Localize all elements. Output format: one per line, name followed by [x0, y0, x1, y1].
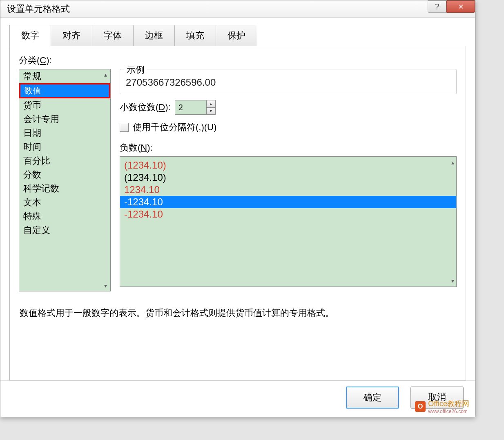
watermark: O Office教程网 www.office26.com [415, 399, 469, 414]
close-button[interactable]: ✕ [446, 0, 475, 13]
watermark-url: www.office26.com [428, 409, 469, 414]
sample-value: 27053667326596.00 [126, 77, 450, 88]
tab-4[interactable]: 填充 [174, 25, 216, 46]
decimal-places-spinner[interactable]: 2 ▲ ▼ [175, 100, 216, 115]
category-item[interactable]: 特殊 [19, 209, 110, 223]
sample-legend: 示例 [124, 64, 147, 76]
decimal-places-label: 小数位数(D): [120, 101, 171, 113]
negative-numbers-label: 负数(N): [120, 142, 457, 154]
category-item[interactable]: 百分比 [19, 154, 110, 168]
watermark-brand: Office教程网 [428, 400, 469, 408]
right-pane: 示例 27053667326596.00 小数位数(D): 2 ▲ ▼ [120, 69, 457, 291]
main-row: ▴ ▾ 常规数值货币会计专用日期时间百分比分数科学记数文本特殊自定义 示例 27… [19, 69, 457, 291]
window-controls: ? ✕ [428, 0, 475, 13]
category-item[interactable]: 会计专用 [19, 112, 110, 126]
format-description: 数值格式用于一般数字的表示。货币和会计格式则提供货币值计算的专用格式。 [20, 307, 457, 319]
spinner-buttons: ▲ ▼ [206, 100, 215, 114]
category-item-label: 数值 [20, 84, 109, 97]
category-item[interactable]: 科学记数 [19, 182, 110, 196]
tab-3[interactable]: 边框 [133, 25, 175, 46]
negative-format-item[interactable]: (1234.10) [120, 171, 456, 184]
tab-2[interactable]: 字体 [92, 25, 134, 46]
help-button[interactable]: ? [428, 0, 446, 13]
category-item[interactable]: 分数 [19, 168, 110, 182]
dialog-title: 设置单元格格式 [7, 3, 70, 15]
decimal-places-input[interactable]: 2 [175, 100, 206, 114]
negative-numbers-listbox[interactable]: ▴ ▾ (1234.10)(1234.10)1234.10-1234.10-12… [120, 156, 457, 287]
negative-format-item[interactable]: 1234.10 [120, 184, 456, 196]
tab-1[interactable]: 对齐 [51, 25, 92, 46]
dialog-buttons: 确定 取消 [0, 380, 475, 417]
scroll-down-icon[interactable]: ▾ [102, 282, 109, 289]
spinner-up-button[interactable]: ▲ [207, 100, 215, 108]
scroll-down-icon[interactable]: ▾ [451, 278, 454, 284]
category-label: 分类(C): [19, 54, 457, 67]
negative-format-item[interactable]: -1234.10 [120, 196, 456, 208]
scroll-up-icon[interactable]: ▴ [451, 159, 454, 166]
watermark-icon: O [415, 401, 426, 412]
category-item[interactable]: 货币 [19, 98, 110, 112]
decimal-places-row: 小数位数(D): 2 ▲ ▼ [120, 100, 457, 115]
thousands-separator-checkbox[interactable] [120, 123, 129, 132]
category-listbox[interactable]: ▴ ▾ 常规数值货币会计专用日期时间百分比分数科学记数文本特殊自定义 [19, 69, 111, 291]
negative-format-item[interactable]: -1234.10 [120, 208, 456, 220]
category-item[interactable]: 自定义 [19, 223, 110, 237]
scroll-up-icon[interactable]: ▴ [102, 71, 109, 78]
tab-panel-number: 分类(C): ▴ ▾ 常规数值货币会计专用日期时间百分比分数科学记数文本特殊自定… [9, 46, 466, 380]
help-icon: ? [435, 2, 439, 11]
category-item-highlighted[interactable]: 数值 [19, 83, 110, 98]
spinner-down-button[interactable]: ▼ [207, 108, 215, 115]
thousands-separator-row: 使用千位分隔符(,)(U) [120, 121, 457, 133]
close-icon: ✕ [458, 3, 464, 11]
category-item[interactable]: 常规 [19, 69, 110, 83]
negative-format-item[interactable]: (1234.10) [120, 159, 456, 171]
tab-5[interactable]: 保护 [216, 25, 257, 46]
category-item[interactable]: 时间 [19, 140, 110, 154]
thousands-separator-label: 使用千位分隔符(,)(U) [133, 121, 216, 133]
ok-button[interactable]: 确定 [346, 387, 399, 409]
format-cells-dialog: 设置单元格格式 ? ✕ 数字对齐字体边框填充保护 分类(C): ▴ ▾ 常规数值… [0, 0, 475, 417]
category-item[interactable]: 日期 [19, 126, 110, 140]
category-item[interactable]: 文本 [19, 196, 110, 209]
tab-strip: 数字对齐字体边框填充保护 [0, 18, 475, 46]
tab-0[interactable]: 数字 [9, 25, 51, 46]
sample-group: 示例 27053667326596.00 [120, 69, 457, 94]
titlebar: 设置单元格格式 ? ✕ [0, 0, 475, 18]
